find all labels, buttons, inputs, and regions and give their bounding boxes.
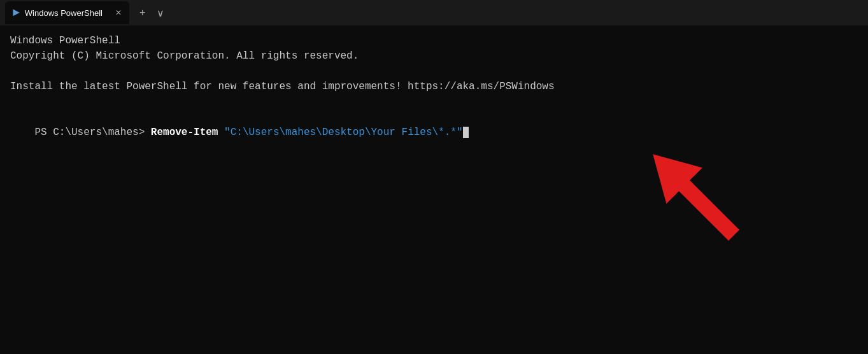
- terminal-line-3: [10, 64, 858, 79]
- terminal-line-2: Copyright (C) Microsoft Corporation. All…: [10, 48, 858, 64]
- active-tab[interactable]: ► Windows PowerShell ✕: [5, 1, 129, 24]
- terminal-line-5: [10, 94, 858, 110]
- terminal-prompt: PS C:\Users\mahes>: [34, 127, 150, 138]
- tab-controls: + ∨: [134, 4, 169, 22]
- terminal-line-4: Install the latest PowerShell for new fe…: [10, 79, 858, 94]
- terminal-command-line: PS C:\Users\mahes> Remove-Item "C:\Users…: [10, 110, 858, 155]
- cmd-keyword: Remove-Item: [151, 127, 218, 138]
- terminal-cursor: [463, 127, 469, 138]
- powershell-icon: ►: [13, 6, 20, 19]
- cmd-string: "C:\Users\mahes\Desktop\Your Files\*.*": [224, 127, 462, 138]
- svg-rect-0: [674, 176, 739, 241]
- terminal-body[interactable]: Windows PowerShell Copyright (C) Microso…: [0, 25, 868, 354]
- dropdown-button[interactable]: ∨: [152, 4, 169, 22]
- terminal-line-1: Windows PowerShell: [10, 33, 858, 48]
- new-tab-button[interactable]: +: [134, 4, 150, 21]
- titlebar: ► Windows PowerShell ✕ + ∨: [0, 0, 868, 25]
- cmd-space: [218, 127, 224, 138]
- tab-close-button[interactable]: ✕: [115, 8, 122, 17]
- tab-title: Windows PowerShell: [25, 8, 103, 18]
